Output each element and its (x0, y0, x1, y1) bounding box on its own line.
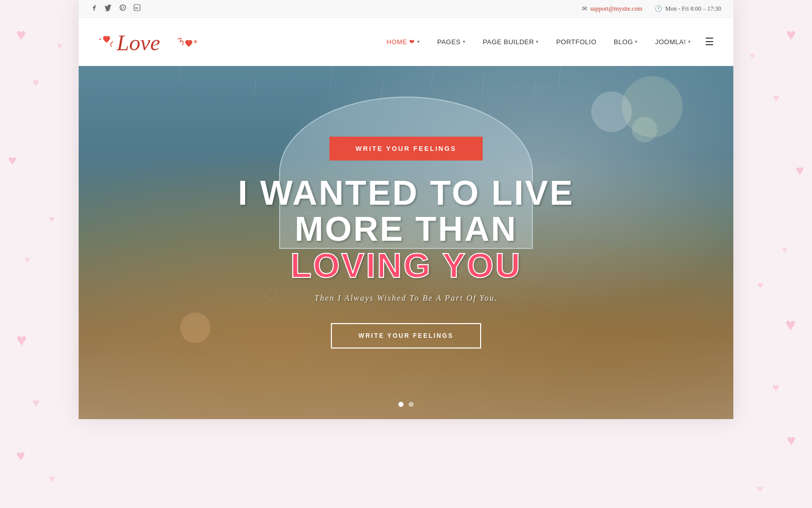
hamburger-menu[interactable]: ☰ (701, 34, 718, 50)
nav-home[interactable]: HOME ❤ ▾ (379, 34, 427, 50)
nav-pages[interactable]: PAGES ▾ (430, 34, 472, 50)
slide-dot-2[interactable] (409, 402, 414, 407)
svg-text:Love: Love (116, 30, 160, 55)
top-bar: P in ✉ support@mysite.com 🕐 Mon - Fri 8:… (79, 0, 733, 18)
hero-title-line2: LOVING YOU (203, 247, 609, 283)
linkedin-icon[interactable]: in (133, 4, 141, 13)
nav-joomla[interactable]: JOOMLA! ▾ (648, 34, 698, 50)
nav-blog[interactable]: BLOG ▾ (606, 34, 645, 50)
write-feelings-button-top[interactable]: WRITE YOUR FEELINGS (329, 137, 483, 161)
hero-subtitle: Then I Always Wished To Be A Part Of You… (315, 294, 498, 303)
social-links: P in (91, 4, 141, 13)
contact-info: ✉ support@mysite.com 🕐 Mon - Fri 8:00 – … (582, 5, 721, 13)
nav-menu: HOME ❤ ▾ PAGES ▾ PAGE BUILDER ▾ PORTFOLI… (379, 34, 718, 50)
svg-text:•: • (99, 36, 101, 43)
hero-title-line1: I WANTED TO LIVE MORE THAN (238, 173, 574, 248)
hero-section: WRITE YOUR FEELINGS I WANTED TO LIVE MOR… (79, 66, 733, 419)
nav-portfolio[interactable]: PORTFOLIO (549, 34, 603, 50)
business-hours: Mon - Fri 8:00 – 17:30 (665, 5, 721, 13)
email-icon: ✉ (582, 5, 587, 13)
hero-content: WRITE YOUR FEELINGS I WANTED TO LIVE MOR… (79, 66, 733, 419)
write-feelings-button-bottom[interactable]: WRITE YOUR FEELINGS (331, 323, 481, 348)
svg-text:P: P (121, 6, 124, 11)
hero-title: I WANTED TO LIVE MORE THAN LOVING YOU (203, 175, 609, 283)
svg-point-6 (194, 40, 197, 43)
slide-dot-1[interactable] (398, 402, 403, 407)
logo: • Love (94, 24, 206, 59)
main-wrapper: P in ✉ support@mysite.com 🕐 Mon - Fri 8:… (79, 0, 733, 419)
navbar: • Love HOME ❤ ▾ (79, 18, 733, 66)
pinterest-icon[interactable]: P (119, 4, 126, 13)
hero-slide-dots (398, 402, 414, 407)
svg-text:in: in (135, 6, 138, 10)
facebook-icon[interactable] (91, 4, 98, 13)
nav-page-builder[interactable]: PAGE BUILDER ▾ (476, 34, 546, 50)
twitter-icon[interactable] (105, 4, 112, 13)
email-link[interactable]: support@mysite.com (590, 5, 642, 13)
hours-contact: 🕐 Mon - Fri 8:00 – 17:30 (655, 5, 721, 13)
logo-svg: • Love (94, 24, 206, 59)
email-contact: ✉ support@mysite.com (582, 5, 642, 13)
clock-icon: 🕐 (655, 5, 662, 13)
